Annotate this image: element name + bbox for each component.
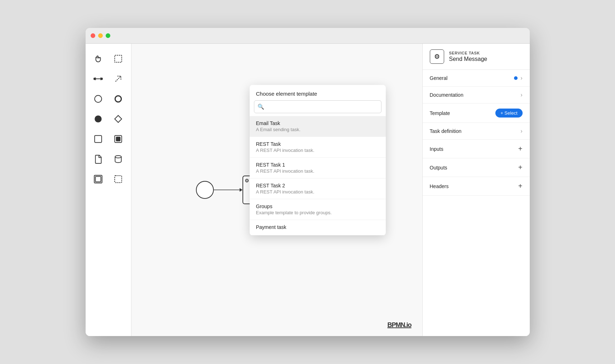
- svg-point-6: [95, 115, 102, 123]
- template-item[interactable]: REST Task 1 A REST API invocation task.: [250, 158, 386, 178]
- template-chooser-title: Choose element template: [250, 85, 386, 100]
- svg-marker-7: [115, 115, 122, 123]
- section-label: Task definition: [430, 128, 462, 134]
- service-task-icon: ⚙: [430, 49, 444, 64]
- section-label: Headers: [430, 183, 449, 189]
- panel-section-outputs[interactable]: Outputs +: [423, 158, 530, 177]
- traffic-lights: [91, 33, 110, 38]
- template-item-name: REST Task: [256, 141, 379, 147]
- status-dot: [514, 76, 518, 80]
- panel-section-documentation[interactable]: Documentation ›: [423, 87, 530, 104]
- circle-filled-tool[interactable]: [89, 110, 107, 128]
- template-item-name: Payment task: [256, 224, 379, 230]
- service-task-gear-icon: ⚙: [245, 178, 249, 183]
- template-select-button[interactable]: + Select: [495, 109, 522, 118]
- section-right: ›: [520, 92, 522, 98]
- template-search-container: 🔍: [254, 100, 381, 113]
- svg-rect-2: [101, 78, 102, 80]
- section-label: General: [430, 75, 448, 81]
- plus-icon[interactable]: +: [518, 182, 523, 190]
- frame-tool[interactable]: [89, 170, 107, 188]
- panel-section-inputs[interactable]: Inputs +: [423, 140, 530, 158]
- panel-header-title: Send Message: [449, 56, 487, 62]
- template-item-desc: A REST API invocation task.: [256, 189, 379, 195]
- template-search-input[interactable]: [254, 100, 381, 113]
- search-icon: 🔍: [258, 104, 264, 110]
- document-tool[interactable]: [89, 150, 107, 168]
- template-item-name: REST Task 1: [256, 162, 379, 168]
- panel-section-general[interactable]: General ›: [423, 70, 530, 87]
- diamond-tool[interactable]: [109, 110, 128, 128]
- template-item[interactable]: Email Task A Email sending task.: [250, 116, 386, 137]
- template-item[interactable]: Groups Example template to provide group…: [250, 199, 386, 220]
- dashed-rect-tool[interactable]: [109, 170, 128, 188]
- panel-sections: General › Documentation › Template + Sel…: [423, 70, 530, 196]
- template-item[interactable]: Payment task: [250, 220, 386, 235]
- panel-section-task-definition[interactable]: Task definition ›: [423, 123, 530, 140]
- maximize-button[interactable]: [106, 33, 110, 38]
- template-item-desc: A REST API invocation task.: [256, 148, 379, 153]
- tool-row-4: [88, 110, 128, 128]
- template-item-name: Groups: [256, 203, 379, 209]
- tool-row-6: [88, 150, 128, 168]
- template-list: Email Task A Email sending task. REST Ta…: [250, 116, 386, 235]
- svg-point-5: [115, 96, 121, 102]
- bpmn-io-logo: BPMN.io: [388, 321, 412, 329]
- hand-tool[interactable]: [89, 49, 107, 68]
- section-label: Documentation: [430, 92, 463, 98]
- svg-marker-16: [240, 188, 242, 192]
- panel-section-headers[interactable]: Headers +: [423, 177, 530, 196]
- toolbar: [86, 44, 131, 336]
- panel-header-info: SERVICE TASK Send Message: [449, 51, 487, 62]
- connect-tool[interactable]: [89, 70, 107, 88]
- section-right: ›: [514, 75, 522, 81]
- plus-icon[interactable]: +: [518, 145, 523, 153]
- template-item-desc: Example template to provide groups.: [256, 210, 379, 215]
- app-window: ⚙ Do... BPMN.io Choose element temp: [86, 28, 530, 336]
- close-button[interactable]: [91, 33, 95, 38]
- tool-row-1: [88, 49, 128, 68]
- template-item-name: REST Task 2: [256, 183, 379, 188]
- svg-rect-8: [95, 135, 102, 143]
- tool-row-2: [88, 70, 128, 88]
- chevron-right-icon: ›: [520, 92, 522, 98]
- svg-line-3: [115, 76, 121, 81]
- svg-rect-14: [115, 176, 122, 183]
- template-item[interactable]: REST Task 2 A REST API invocation task.: [250, 178, 386, 199]
- template-item[interactable]: REST Task A REST API invocation task.: [250, 137, 386, 158]
- cylinder-tool[interactable]: [109, 150, 128, 168]
- canvas[interactable]: ⚙ Do... BPMN.io Choose element temp: [131, 44, 422, 336]
- circle-empty-tool[interactable]: [89, 90, 107, 108]
- svg-rect-10: [116, 137, 120, 141]
- svg-point-11: [115, 155, 121, 158]
- tool-row-7: [88, 170, 128, 188]
- app-body: ⚙ Do... BPMN.io Choose element temp: [86, 44, 530, 336]
- svg-rect-0: [115, 55, 122, 62]
- panel-header-subtitle: SERVICE TASK: [449, 51, 487, 55]
- template-item-name: Email Task: [256, 120, 379, 126]
- panel-header: ⚙ SERVICE TASK Send Message: [423, 44, 530, 70]
- template-item-desc: A REST API invocation task.: [256, 168, 379, 174]
- panel-section-template[interactable]: Template + Select: [423, 104, 530, 123]
- section-label: Inputs: [430, 146, 443, 152]
- svg-rect-1: [94, 78, 95, 80]
- chevron-right-icon: ›: [520, 75, 522, 81]
- tool-row-3: [88, 90, 128, 108]
- select-tool[interactable]: [109, 49, 128, 68]
- arrow-tool[interactable]: [109, 70, 128, 88]
- template-item-desc: A Email sending task.: [256, 127, 379, 132]
- right-panel: ⚙ SERVICE TASK Send Message General › Do…: [422, 44, 530, 336]
- section-label: Outputs: [430, 165, 447, 171]
- section-label: Template: [430, 110, 450, 116]
- plus-icon[interactable]: +: [518, 163, 523, 172]
- template-chooser-dropdown: Choose element template 🔍 Email Task A E…: [250, 85, 386, 235]
- square-empty-tool[interactable]: [89, 130, 107, 148]
- bpmn-start-event[interactable]: [196, 181, 214, 199]
- minimize-button[interactable]: [98, 33, 103, 38]
- svg-point-4: [95, 95, 102, 102]
- square-filled-tool[interactable]: [109, 130, 128, 148]
- circle-thick-tool[interactable]: [109, 90, 128, 108]
- section-right: ›: [520, 128, 522, 134]
- titlebar: [86, 28, 530, 44]
- chevron-right-icon: ›: [520, 128, 522, 134]
